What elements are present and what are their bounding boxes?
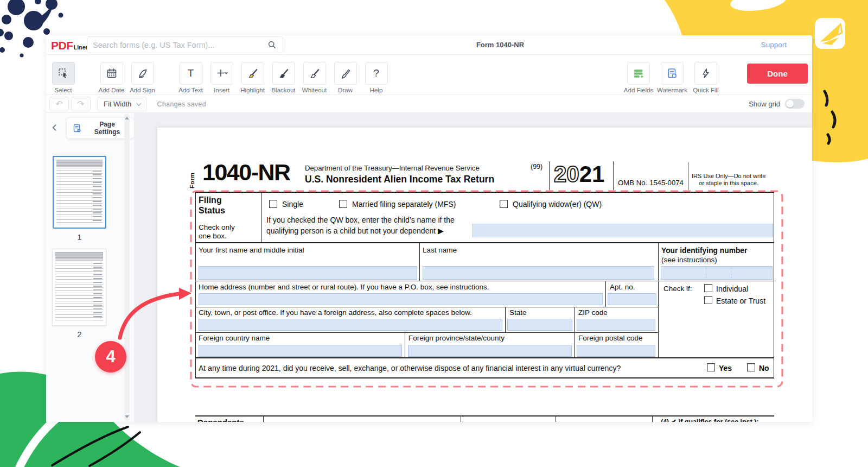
irs-use-only: IRS Use Only—Do not writeor staple in th… bbox=[692, 173, 765, 187]
form-header: Form 1040-NR Department of the Treasury—… bbox=[195, 160, 774, 192]
checkbox-individual[interactable] bbox=[704, 284, 712, 292]
page-thumbnail-2[interactable] bbox=[52, 249, 106, 326]
divider bbox=[658, 243, 659, 281]
collapse-sidebar-button[interactable] bbox=[48, 122, 61, 135]
dependents-label: Dependents bbox=[197, 418, 244, 422]
thumbnail-preview bbox=[56, 160, 103, 225]
help-button[interactable]: ? Help bbox=[361, 62, 391, 93]
first-name-label: Your first name and middle initial bbox=[199, 246, 304, 254]
save-status: Changes saved bbox=[157, 100, 206, 108]
done-button[interactable]: Done bbox=[747, 64, 808, 84]
input-home-address[interactable] bbox=[199, 293, 603, 305]
chevron-down-icon bbox=[136, 100, 142, 106]
step-number: 4 bbox=[106, 347, 115, 367]
text-icon: T bbox=[180, 62, 202, 85]
input-apt-no[interactable] bbox=[608, 293, 656, 305]
blackout-button[interactable]: Blackout bbox=[269, 62, 298, 93]
add-date-button[interactable]: Add Date bbox=[97, 62, 126, 93]
check-if-label: Check if: bbox=[663, 285, 692, 293]
add-fields-button[interactable]: Add Fields bbox=[622, 62, 655, 93]
select-icon bbox=[52, 62, 75, 85]
show-grid-toggle[interactable] bbox=[785, 99, 805, 109]
question-icon: ? bbox=[365, 62, 388, 85]
draw-button[interactable]: Draw bbox=[330, 62, 360, 93]
scroll-up-icon[interactable] bbox=[125, 117, 129, 119]
thumbnail-preview bbox=[55, 252, 103, 323]
foreign-province-label: Foreign province/state/county bbox=[409, 334, 505, 342]
highlight-button[interactable]: Highlight bbox=[238, 62, 267, 93]
divider bbox=[658, 307, 659, 332]
city-label: City, town, or post office. If you have … bbox=[199, 308, 472, 317]
sidebar-scrollbar[interactable] bbox=[124, 114, 130, 421]
pdfliner-badge-icon bbox=[815, 18, 845, 49]
quick-fill-button[interactable]: Quick Fill bbox=[690, 62, 722, 93]
qw-note-line2: qualifying person is a child but not you… bbox=[266, 226, 444, 235]
last-name-label: Last name bbox=[423, 246, 457, 254]
checkbox-single[interactable] bbox=[269, 200, 277, 208]
input-foreign-province[interactable] bbox=[408, 345, 572, 357]
home-address-label: Home address (number and street or rural… bbox=[199, 283, 489, 291]
dependents-row: Dependents (4) ✔ if qualifies for (see i… bbox=[195, 415, 774, 422]
input-foreign-postal[interactable] bbox=[577, 345, 655, 357]
add-text-button[interactable]: T Add Text bbox=[176, 62, 206, 93]
redo-button[interactable]: ↷ bbox=[71, 97, 91, 111]
page-number-2: 2 bbox=[53, 330, 106, 339]
input-state[interactable] bbox=[507, 319, 572, 331]
department-line: Department of the Treasury—Internal Reve… bbox=[305, 164, 480, 172]
add-sign-button[interactable]: Add Sign bbox=[127, 62, 157, 93]
checkbox-no[interactable] bbox=[747, 363, 755, 371]
input-identifying-number[interactable] bbox=[661, 266, 773, 280]
select-tool-button[interactable]: Select bbox=[48, 62, 78, 93]
virtual-currency-row: At any time during 2021, did you receive… bbox=[196, 358, 774, 378]
label-qw: Qualifying widow(er) (QW) bbox=[513, 200, 602, 209]
form-page: Form 1040-NR Department of the Treasury—… bbox=[157, 128, 812, 422]
filing-status-row: FilingStatus Check onlyone box. Single M… bbox=[196, 193, 774, 243]
form-title: U.S. Nonresident Alien Income Tax Return bbox=[305, 174, 494, 185]
undo-button[interactable]: ↶ bbox=[49, 97, 69, 111]
input-foreign-country[interactable] bbox=[199, 345, 402, 357]
pen-icon bbox=[334, 62, 357, 85]
scroll-down-icon[interactable] bbox=[125, 415, 129, 418]
label-individual: Individual bbox=[716, 285, 748, 293]
checkbox-mfs[interactable] bbox=[339, 200, 347, 208]
search-icon[interactable] bbox=[267, 40, 277, 50]
zoom-value: Fit Width bbox=[104, 100, 131, 108]
qw-note-line1: If you checked the QW box, enter the chi… bbox=[266, 216, 455, 224]
watermark-button[interactable]: Watermark bbox=[656, 62, 688, 93]
divider bbox=[263, 416, 264, 422]
input-first-name[interactable] bbox=[199, 266, 417, 280]
content-area: Page Settings 1 2 Form 1040-NR Departmen… bbox=[46, 113, 812, 422]
page-number-1: 1 bbox=[53, 233, 106, 242]
whiteout-button[interactable]: Whiteout bbox=[299, 62, 329, 93]
page-thumbnail-1[interactable] bbox=[53, 156, 106, 229]
divider bbox=[549, 161, 550, 190]
zip-label: ZIP code bbox=[578, 308, 608, 317]
input-qw-child-name[interactable] bbox=[473, 224, 773, 237]
lightning-icon bbox=[694, 62, 717, 85]
checkbox-yes[interactable] bbox=[707, 363, 715, 371]
checkbox-qw[interactable] bbox=[500, 200, 508, 208]
omb-number: OMB No. 1545-0074 bbox=[618, 179, 684, 187]
logo-pdf-text: PDF bbox=[51, 39, 73, 52]
divider bbox=[405, 332, 405, 357]
zoom-select[interactable]: Fit Width bbox=[97, 97, 146, 111]
checkbox-estate-or-trust[interactable] bbox=[704, 296, 712, 304]
search-input[interactable] bbox=[87, 41, 267, 49]
input-last-name[interactable] bbox=[423, 266, 654, 280]
insert-button[interactable]: Insert bbox=[207, 62, 237, 93]
highlight-brush-icon bbox=[241, 62, 264, 85]
show-grid-control: Show grid bbox=[749, 99, 805, 109]
code-99: (99) bbox=[531, 163, 542, 171]
divider bbox=[652, 416, 653, 422]
support-link[interactable]: Support bbox=[761, 41, 787, 49]
pages-sidebar: Page Settings 1 2 bbox=[46, 113, 134, 422]
toolbar-right-group: Add Fields Watermark Quick Fill bbox=[622, 62, 723, 93]
toolbar-left-group: Select Add Date bbox=[48, 62, 392, 93]
divider bbox=[419, 243, 420, 281]
input-city[interactable] bbox=[199, 319, 502, 331]
divider bbox=[461, 416, 461, 422]
document-title: Form 1040-NR bbox=[476, 41, 524, 49]
identifying-number-label: Your identifying number(see instructions… bbox=[661, 246, 747, 264]
input-zip[interactable] bbox=[577, 319, 655, 331]
pdfliner-logo[interactable]: PDFLiner bbox=[51, 39, 88, 52]
